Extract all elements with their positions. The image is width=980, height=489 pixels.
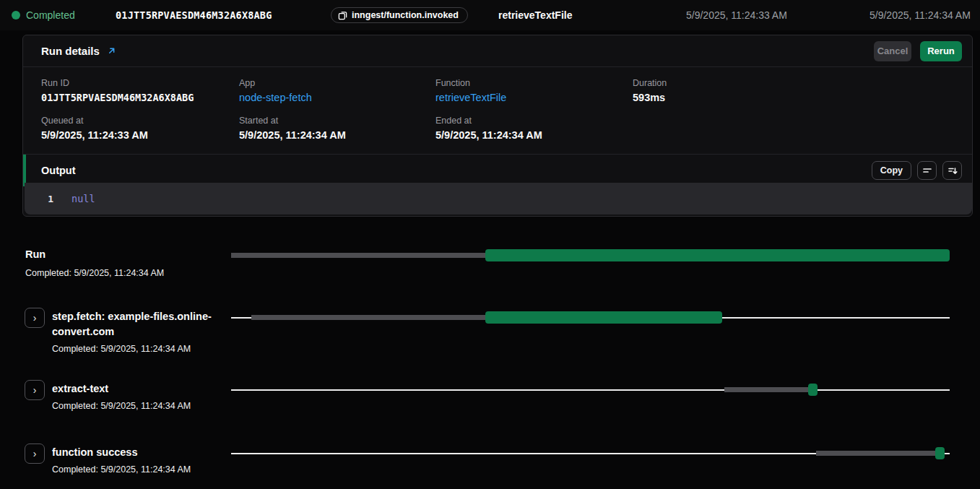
timeline-bar-queued xyxy=(231,253,485,258)
event-copy-icon xyxy=(338,11,347,20)
timeline-bar-area[interactable] xyxy=(231,443,950,464)
chevron-right-icon: › xyxy=(33,313,37,323)
timeline-bar-area[interactable] xyxy=(231,246,950,266)
field-function: FunctionretrieveTextFile xyxy=(435,78,633,103)
timeline-bar-queued xyxy=(724,387,808,392)
timeline-label-block: step.fetch: example-files.online-convert… xyxy=(52,309,227,354)
timeline-bar-active xyxy=(485,311,721,324)
topbar-function-name: retrieveTextFile xyxy=(498,9,572,21)
field-label: Ended at xyxy=(435,116,633,126)
run-details-panel: Run details Cancel Rerun Run ID01JTT5RPV… xyxy=(22,35,973,217)
field-run-id: Run ID01JTT5RPVAESDM46M32A6X8ABG xyxy=(41,78,239,103)
timeline-track xyxy=(231,389,950,391)
field-value: 593ms xyxy=(633,92,958,103)
output-title: Output xyxy=(41,165,76,176)
field-label: Run ID xyxy=(41,78,239,88)
field-ended-at: Ended at5/9/2025, 11:24:34 AM xyxy=(435,116,633,141)
field-queued-at: Queued at5/9/2025, 11:24:33 AM xyxy=(41,116,239,141)
field-started-at: Started at5/9/2025, 11:24:34 AM xyxy=(239,116,435,141)
step-name: extract-text xyxy=(52,381,227,397)
timeline-bar-queued xyxy=(816,451,935,456)
step-completed-time: Completed: 5/9/2025, 11:24:34 AM xyxy=(52,401,227,411)
field-value[interactable]: node-step-fetch xyxy=(239,92,435,103)
field-value[interactable]: retrieveTextFile xyxy=(435,92,633,103)
expand-step-button[interactable]: › xyxy=(25,308,45,328)
status-dot-icon xyxy=(12,11,20,20)
step-completed-time: Completed: 5/9/2025, 11:24:34 AM xyxy=(52,344,227,354)
timeline-label-block: function successCompleted: 5/9/2025, 11:… xyxy=(52,445,227,475)
scroll-to-bottom-button[interactable] xyxy=(942,161,962,180)
cancel-button[interactable]: Cancel xyxy=(874,41,911,61)
header-actions: Cancel Rerun xyxy=(874,41,962,61)
timeline-bar-active xyxy=(808,384,818,396)
code-line-content: null xyxy=(71,193,95,204)
expand-step-button[interactable]: › xyxy=(25,380,45,400)
topbar-run-id: 01JTT5RPVAESDM46M32A6X8ABG xyxy=(116,9,272,21)
field-value: 5/9/2025, 11:24:33 AM xyxy=(41,129,239,141)
timeline-bar-area[interactable] xyxy=(231,380,950,400)
code-line-number: 1 xyxy=(25,194,53,204)
output-status-stripe xyxy=(23,155,26,186)
timeline-label-block: extract-textCompleted: 5/9/2025, 11:24:3… xyxy=(52,381,227,411)
step-name: function success xyxy=(52,445,227,460)
step-name: step.fetch: example-files.online-convert… xyxy=(52,309,227,339)
event-badge[interactable]: inngest/function.invoked xyxy=(331,7,468,23)
field-label: Function xyxy=(435,78,633,88)
run-details-fields: Run ID01JTT5RPVAESDM46M32A6X8ABGAppnode-… xyxy=(23,67,972,154)
field-label: Queued at xyxy=(41,116,239,126)
run-details-header: Run details Cancel Rerun xyxy=(23,35,972,67)
field-app: Appnode-step-fetch xyxy=(239,78,435,103)
timeline: RunCompleted: 5/9/2025, 11:24:34 AM›step… xyxy=(0,217,980,489)
timeline-bar-active xyxy=(935,447,945,459)
rerun-button[interactable]: Rerun xyxy=(920,41,962,61)
field-value: 01JTT5RPVAESDM46M32A6X8ABG xyxy=(41,92,239,103)
timeline-label-block: RunCompleted: 5/9/2025, 11:24:34 AM xyxy=(25,247,200,278)
output-header: Output Copy xyxy=(23,154,972,186)
wrap-lines-button[interactable] xyxy=(917,161,937,180)
run-status: Completed xyxy=(26,9,75,21)
event-badge-label: inngest/function.invoked xyxy=(352,10,459,20)
align-left-lines-icon xyxy=(922,165,932,176)
chevron-right-icon: › xyxy=(33,385,37,395)
timeline-bar-active xyxy=(485,249,950,261)
output-code-block[interactable]: 1 null xyxy=(25,183,972,215)
step-name: Run xyxy=(25,247,200,262)
topbar-ended-time: 5/9/2025, 11:24:34 AM xyxy=(870,9,971,21)
topbar: Completed 01JTT5RPVAESDM46M32A6X8ABG inn… xyxy=(0,0,980,30)
lines-arrow-down-icon xyxy=(948,165,958,176)
field-label: App xyxy=(239,78,435,88)
timeline-bar-area[interactable] xyxy=(231,308,950,328)
panel-title: Run details xyxy=(41,45,100,57)
step-completed-time: Completed: 5/9/2025, 11:24:34 AM xyxy=(25,268,200,278)
field-value: 5/9/2025, 11:24:34 AM xyxy=(435,129,633,141)
output-actions: Copy xyxy=(872,161,962,180)
field-value: 5/9/2025, 11:24:34 AM xyxy=(239,129,435,141)
field-duration: Duration593ms xyxy=(633,78,958,103)
expand-step-button[interactable]: › xyxy=(25,443,45,464)
external-link-arrow-icon[interactable] xyxy=(107,46,116,56)
timeline-bar-queued xyxy=(251,315,485,320)
topbar-queued-time: 5/9/2025, 11:24:33 AM xyxy=(686,9,787,21)
copy-button[interactable]: Copy xyxy=(872,161,911,180)
field-label: Duration xyxy=(633,78,958,88)
field-label: Started at xyxy=(239,116,435,126)
chevron-right-icon: › xyxy=(33,449,37,459)
step-completed-time: Completed: 5/9/2025, 11:24:34 AM xyxy=(52,464,227,475)
